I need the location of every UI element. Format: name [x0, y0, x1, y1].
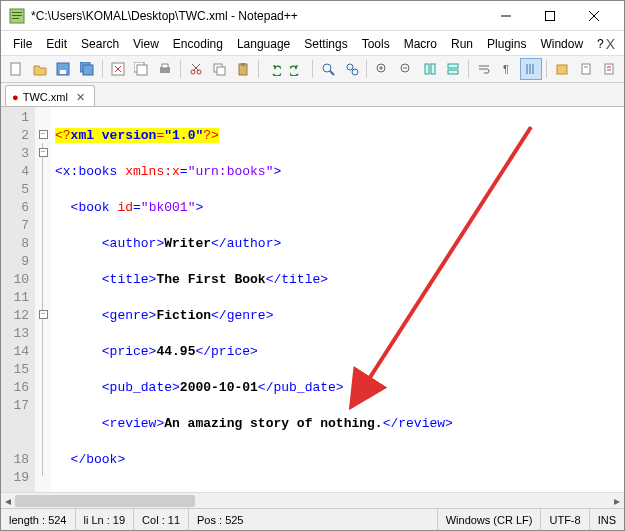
svg-text:¶: ¶	[503, 63, 509, 75]
svg-rect-25	[217, 67, 225, 75]
folder-view-icon[interactable]	[551, 58, 573, 80]
replace-icon[interactable]	[341, 58, 363, 80]
svg-point-31	[352, 69, 358, 75]
svg-point-30	[347, 64, 353, 70]
status-bar: length : 524 li Ln : 19 Col : 11 Pos : 5…	[1, 508, 624, 530]
menu-window[interactable]: Window	[534, 35, 589, 53]
svg-rect-10	[60, 70, 66, 74]
menu-edit[interactable]: Edit	[40, 35, 73, 53]
svg-rect-5	[546, 11, 555, 20]
close-all-icon[interactable]	[130, 58, 152, 80]
cut-icon[interactable]	[185, 58, 207, 80]
tab-close-icon[interactable]: ✕	[76, 91, 86, 104]
doc-map-icon[interactable]	[575, 58, 597, 80]
svg-rect-38	[431, 64, 435, 74]
undo-icon[interactable]	[263, 58, 285, 80]
redo-icon[interactable]	[286, 58, 308, 80]
close-button[interactable]	[572, 1, 616, 31]
secondary-close-icon[interactable]: X	[606, 36, 615, 52]
toolbar-separator	[312, 60, 313, 78]
svg-rect-1	[12, 12, 22, 13]
svg-rect-48	[605, 64, 613, 74]
menu-language[interactable]: Language	[231, 35, 296, 53]
tab-file[interactable]: ● TWC.xml ✕	[5, 85, 95, 106]
svg-rect-17	[137, 65, 147, 75]
toolbar: ¶	[1, 55, 624, 83]
fold-gutter[interactable]: − − −	[35, 107, 51, 492]
menu-encoding[interactable]: Encoding	[167, 35, 229, 53]
toolbar-separator	[102, 60, 103, 78]
new-file-icon[interactable]	[5, 58, 27, 80]
svg-rect-2	[12, 15, 22, 16]
line-gutter: 1234567891011121314151617 1819	[1, 107, 35, 492]
scroll-thumb[interactable]	[15, 495, 195, 507]
menu-macro[interactable]: Macro	[398, 35, 443, 53]
print-icon[interactable]	[154, 58, 176, 80]
svg-rect-19	[162, 64, 168, 68]
zoom-out-icon[interactable]	[395, 58, 417, 80]
title-bar: *C:\Users\KOMAL\Desktop\TWC.xml - Notepa…	[1, 1, 624, 31]
editor[interactable]: 1234567891011121314151617 1819 − − − <?x…	[1, 107, 624, 492]
toolbar-separator	[546, 60, 547, 78]
save-icon[interactable]	[52, 58, 74, 80]
app-icon	[9, 8, 25, 24]
status-ins[interactable]: INS	[590, 509, 624, 530]
sync-v-icon[interactable]	[419, 58, 441, 80]
close-file-icon[interactable]	[107, 58, 129, 80]
tab-label: TWC.xml	[23, 91, 68, 103]
svg-rect-27	[241, 63, 245, 66]
status-length: length : 524	[1, 509, 76, 530]
paste-icon[interactable]	[232, 58, 254, 80]
status-pos: Pos : 525	[189, 509, 438, 530]
indent-guide-icon[interactable]	[520, 58, 542, 80]
toolbar-separator	[180, 60, 181, 78]
svg-rect-40	[448, 70, 458, 74]
scroll-left-icon[interactable]: ◂	[1, 493, 15, 509]
menu-settings[interactable]: Settings	[298, 35, 353, 53]
toolbar-separator	[258, 60, 259, 78]
status-ln: li Ln : 19	[76, 509, 135, 530]
svg-point-28	[323, 64, 331, 72]
status-eol[interactable]: Windows (CR LF)	[438, 509, 542, 530]
scroll-right-icon[interactable]: ▸	[610, 493, 624, 509]
horizontal-scrollbar[interactable]: ◂ ▸	[1, 492, 624, 508]
save-all-icon[interactable]	[76, 58, 98, 80]
svg-rect-3	[12, 18, 19, 19]
maximize-button[interactable]	[528, 1, 572, 31]
window-title: *C:\Users\KOMAL\Desktop\TWC.xml - Notepa…	[31, 9, 484, 23]
svg-rect-46	[582, 64, 590, 74]
svg-rect-37	[425, 64, 429, 74]
toolbar-separator	[366, 60, 367, 78]
zoom-in-icon[interactable]	[371, 58, 393, 80]
find-icon[interactable]	[317, 58, 339, 80]
svg-rect-8	[11, 63, 20, 75]
copy-icon[interactable]	[208, 58, 230, 80]
menu-bar: File Edit Search View Encoding Language …	[1, 31, 624, 55]
minimize-button[interactable]	[484, 1, 528, 31]
svg-rect-45	[557, 65, 567, 74]
wordwrap-icon[interactable]	[473, 58, 495, 80]
menu-plugins[interactable]: Plugins	[481, 35, 532, 53]
show-all-chars-icon[interactable]: ¶	[497, 58, 519, 80]
svg-rect-12	[83, 65, 93, 75]
status-col: Col : 11	[134, 509, 189, 530]
open-file-icon[interactable]	[29, 58, 51, 80]
menu-tools[interactable]: Tools	[356, 35, 396, 53]
status-enc[interactable]: UTF-8	[541, 509, 589, 530]
sync-h-icon[interactable]	[442, 58, 464, 80]
menu-search[interactable]: Search	[75, 35, 125, 53]
tab-bar: ● TWC.xml ✕	[1, 83, 624, 107]
menu-run[interactable]: Run	[445, 35, 479, 53]
func-list-icon[interactable]	[598, 58, 620, 80]
code-area[interactable]: <?xml version="1.0"?> <x:books xmlns:x="…	[51, 107, 624, 492]
menu-file[interactable]: File	[7, 35, 38, 53]
unsaved-indicator-icon: ●	[12, 91, 19, 103]
svg-line-29	[330, 71, 334, 75]
toolbar-separator	[468, 60, 469, 78]
menu-view[interactable]: View	[127, 35, 165, 53]
svg-rect-39	[448, 64, 458, 68]
